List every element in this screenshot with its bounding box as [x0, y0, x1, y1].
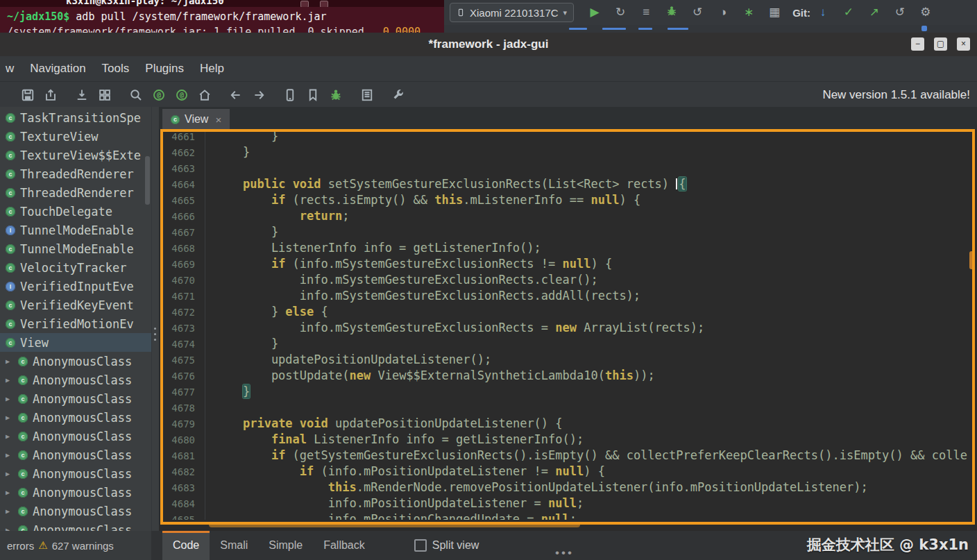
deobfuscation-icon[interactable] — [329, 88, 343, 102]
code-line[interactable]: 4674 } — [159, 336, 977, 352]
minimize-button[interactable]: − — [911, 37, 924, 51]
code-line[interactable]: 4676 postUpdate(new View$$ExternalSynthe… — [159, 368, 977, 384]
code-line[interactable]: 4671 info.mSystemGestureExclusionRects.a… — [159, 288, 977, 304]
code-line[interactable]: 4667 } — [159, 224, 977, 240]
device-selector[interactable]: Xiaomi 22101317C ▾ — [450, 3, 574, 22]
tree-item[interactable]: cTextureView — [0, 127, 151, 146]
back-icon[interactable] — [229, 88, 243, 102]
view-tab-smali[interactable]: Smali — [210, 531, 258, 560]
expand-arrow-icon[interactable]: ▶ — [6, 395, 18, 402]
export-icon[interactable] — [44, 88, 58, 102]
code-line[interactable]: 4668 ListenerInfo info = getListenerInfo… — [159, 240, 977, 256]
menu-w[interactable]: w — [6, 62, 14, 76]
view-tab-simple[interactable]: Simple — [258, 531, 313, 560]
preferences-icon[interactable] — [391, 88, 405, 102]
code-line[interactable]: 4678 — [159, 400, 977, 416]
ide-settings-icon[interactable]: ⚙ — [919, 6, 933, 19]
split-view-toggle[interactable]: Split view — [414, 531, 479, 560]
git-commit-icon[interactable]: ✓ — [842, 6, 856, 19]
code-line[interactable]: 4663 — [159, 160, 977, 176]
git-push-icon[interactable]: ↗ — [867, 6, 881, 19]
search-comment-icon[interactable]: @ — [175, 88, 189, 102]
git-history-icon[interactable]: ↺ — [893, 6, 907, 19]
git-update-icon[interactable]: ↓ — [816, 6, 830, 19]
code-line[interactable]: 4661 } — [159, 130, 977, 144]
expand-arrow-icon[interactable]: ▶ — [6, 526, 18, 531]
terminal-window-button[interactable] — [300, 1, 309, 7]
tree-item[interactable]: ▶cAnonymousClass — [0, 427, 151, 446]
main-activity-icon[interactable] — [198, 88, 212, 102]
log-viewer-icon[interactable] — [360, 88, 374, 102]
vertical-scrollbar[interactable] — [967, 130, 977, 531]
tree-item[interactable]: ▶cAnonymousClass — [0, 483, 151, 502]
code-line[interactable]: 4670 info.mSystemGestureExclusionRects.c… — [159, 272, 977, 288]
expand-arrow-icon[interactable]: ▶ — [6, 376, 18, 384]
tree-scrollbar[interactable] — [145, 156, 150, 205]
dock-handle-dots[interactable]: ••• — [555, 546, 574, 560]
code-line[interactable]: 4683 this.mRenderNode.removePositionUpda… — [159, 480, 977, 495]
build-list-icon[interactable]: ≡ — [639, 6, 653, 19]
code-line[interactable]: 4665 if (rects.isEmpty() && this.mListen… — [159, 192, 977, 208]
tree-item[interactable]: IVerifiedInputEve — [0, 277, 151, 296]
tree-item[interactable]: ▶cAnonymousClass — [0, 352, 151, 371]
title-bar[interactable]: *framework - jadx-gui −▢× — [0, 33, 977, 56]
terminal-body[interactable]: ~/jadx150$ adb pull /system/framework/fr… — [0, 7, 444, 33]
expand-arrow-icon[interactable]: ▶ — [6, 451, 18, 459]
code-line[interactable]: 4681 if (getSystemGestureExclusionRects(… — [159, 448, 977, 464]
tab-close-icon[interactable]: × — [215, 114, 221, 126]
view-tab-fallback[interactable]: Fallback — [313, 531, 375, 560]
search-text-icon[interactable] — [129, 88, 143, 102]
code-line[interactable]: 4682 if (info.mPositionUpdateListener !=… — [159, 464, 977, 480]
code-line[interactable]: 4680 final ListenerInfo info = getListen… — [159, 432, 977, 448]
code-line[interactable]: 4672 } else { — [159, 304, 977, 320]
tree-item[interactable]: ▶cAnonymousClass — [0, 520, 151, 531]
code-line[interactable]: 4664 public void setSystemGestureExclusi… — [159, 176, 977, 192]
tree-item[interactable]: cThreadedRenderer — [0, 164, 151, 183]
maximize-button[interactable]: ▢ — [934, 37, 947, 51]
terminal-title-bar[interactable]: k3x1n@k3x1n-play: ~/jadx150 — [0, 0, 444, 7]
save-icon[interactable] — [21, 88, 35, 102]
tree-item[interactable]: ITunnelModeEnable — [0, 221, 151, 239]
tree-item[interactable]: cVelocityTracker — [0, 258, 151, 277]
tree-item[interactable]: cView — [0, 333, 151, 352]
menu-tools[interactable]: Tools — [102, 62, 130, 76]
expand-arrow-icon[interactable]: ▶ — [6, 414, 18, 421]
menu-navigation[interactable]: Navigation — [30, 62, 85, 76]
tree-item[interactable]: ▶cAnonymousClass — [0, 389, 151, 408]
tree-item[interactable]: ▶cAnonymousClass — [0, 446, 151, 464]
tree-item[interactable]: cTaskTransitionSpe — [0, 108, 151, 127]
code-line[interactable]: 4673 info.mSystemGestureExclusionRects =… — [159, 320, 977, 336]
rerun-icon[interactable]: ↻ — [613, 6, 627, 19]
panel-splitter[interactable] — [151, 107, 159, 531]
tree-item[interactable]: cVerifiedMotionEv — [0, 314, 151, 333]
search-class-icon[interactable]: @ — [152, 88, 166, 102]
menu-plugins[interactable]: Plugins — [145, 62, 184, 76]
play-icon[interactable]: ▶ — [588, 6, 602, 19]
split-view-checkbox[interactable] — [414, 539, 427, 552]
view-tab-code[interactable]: Code — [162, 531, 210, 560]
quark-icon[interactable] — [306, 88, 320, 102]
packages-icon[interactable] — [98, 88, 112, 102]
ai-assistant-icon[interactable]: ∗ — [742, 6, 756, 19]
tree-item[interactable]: cTunnelModeEnable — [0, 239, 151, 258]
terminal-window-button[interactable] — [320, 1, 328, 7]
code-line[interactable]: 4677 } — [159, 384, 977, 400]
code-line[interactable]: 4662 } — [159, 144, 977, 160]
tree-item[interactable]: ▶cAnonymousClass — [0, 502, 151, 520]
code-line[interactable]: 4669 if (info.mSystemGestureExclusionRec… — [159, 256, 977, 272]
expand-arrow-icon[interactable]: ▶ — [6, 489, 18, 496]
code-line[interactable]: 4679 private void updatePositionUpdateLi… — [159, 416, 977, 432]
expand-arrow-icon[interactable]: ▶ — [6, 432, 18, 440]
close-button[interactable]: × — [957, 37, 970, 51]
tree-item[interactable]: ▶cAnonymousClass — [0, 408, 151, 427]
code-line[interactable]: 4666 return; — [159, 208, 977, 224]
profiler-icon[interactable]: ◑ — [716, 6, 730, 19]
expand-arrow-icon[interactable]: ▶ — [6, 470, 18, 477]
tree-item[interactable]: cThreadedRenderer — [0, 183, 151, 202]
debug-icon[interactable] — [665, 5, 679, 21]
tree-item[interactable]: ▶cAnonymousClass — [0, 464, 151, 483]
tree-item[interactable]: cVerifiedKeyEvent — [0, 296, 151, 314]
tree-item[interactable]: cTouchDelegate — [0, 202, 151, 221]
adb-debug-icon[interactable] — [283, 88, 297, 102]
update-notice-link[interactable]: New version 1.5.1 available! — [822, 88, 970, 102]
